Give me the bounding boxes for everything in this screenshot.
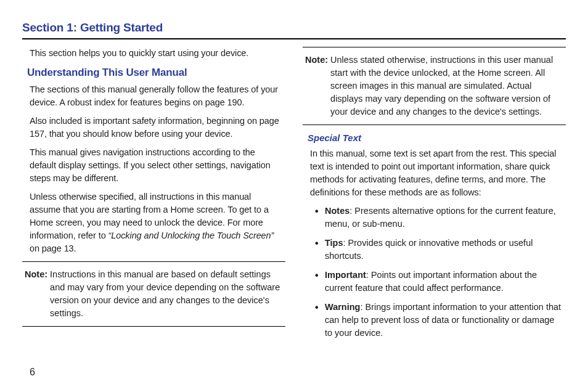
note-label: Note: <box>25 268 50 320</box>
term-desc: : Presents alternative options for the c… <box>325 206 556 229</box>
term: Notes <box>325 206 349 216</box>
note-block: Note: Unless stated otherwise, instructi… <box>303 54 566 118</box>
note-rule-top <box>22 261 285 262</box>
page-reference: on page 13. <box>30 243 76 253</box>
term-desc: : Provides quick or innovative methods o… <box>325 238 533 261</box>
definitions-list: Notes: Presents alternative options for … <box>303 205 566 340</box>
note-rule-top <box>303 47 566 47</box>
term: Important <box>325 270 366 280</box>
term: Tips <box>325 238 343 248</box>
term-desc: : Brings important information to your a… <box>325 302 561 338</box>
note-body: Instructions in this manual are based on… <box>50 268 283 320</box>
page-number: 6 <box>22 367 566 378</box>
two-column-layout: This section helps you to quickly start … <box>22 47 566 346</box>
note-block: Note: Instructions in this manual are ba… <box>22 268 285 320</box>
cross-reference: “Locking and Unlocking the Touch Screen” <box>108 231 274 240</box>
body-paragraph-with-ref: Unless otherwise specified, all instruct… <box>22 190 285 255</box>
section-title: Section 1: Getting Started <box>22 21 566 35</box>
body-paragraph: The sections of this manual generally fo… <box>22 83 285 109</box>
left-column: This section helps you to quickly start … <box>22 47 285 346</box>
body-paragraph: In this manual, some text is set apart f… <box>303 147 566 199</box>
list-item: Notes: Presents alternative options for … <box>315 205 563 231</box>
body-paragraph: Also included is important safety inform… <box>22 115 285 141</box>
term: Warning <box>325 302 360 312</box>
list-item: Tips: Provides quick or innovative metho… <box>315 237 563 263</box>
body-paragraph: This manual gives navigation instruction… <box>22 146 285 185</box>
note-rule-bottom <box>303 125 566 125</box>
list-item: Important: Points out important informat… <box>315 269 563 295</box>
note-label: Note: <box>305 54 330 118</box>
list-item: Warning: Brings important information to… <box>315 301 563 340</box>
note-rule-bottom <box>22 326 285 327</box>
section-rule <box>22 38 566 39</box>
subheading-understanding: Understanding This User Manual <box>22 65 285 81</box>
subheading-special-text: Special Text <box>303 131 566 145</box>
intro-paragraph: This section helps you to quickly start … <box>22 47 285 60</box>
note-body: Unless stated otherwise, instructions in… <box>330 54 563 118</box>
right-column: Note: Unless stated otherwise, instructi… <box>303 47 566 346</box>
